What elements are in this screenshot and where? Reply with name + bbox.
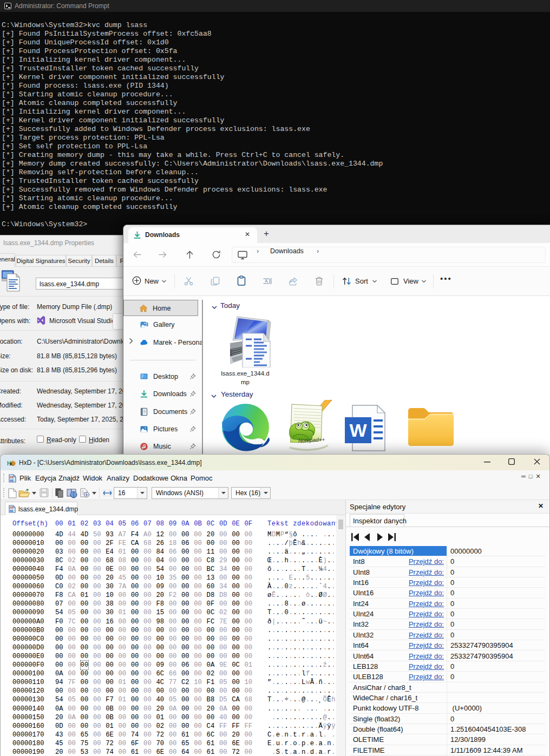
svg-text:Notepad++: Notepad++ (298, 436, 325, 444)
svg-text:W: W (349, 420, 367, 441)
svg-text:AO: AO (10, 510, 13, 513)
svg-text:x: x (10, 461, 12, 466)
svg-text:AO: AO (10, 479, 14, 483)
